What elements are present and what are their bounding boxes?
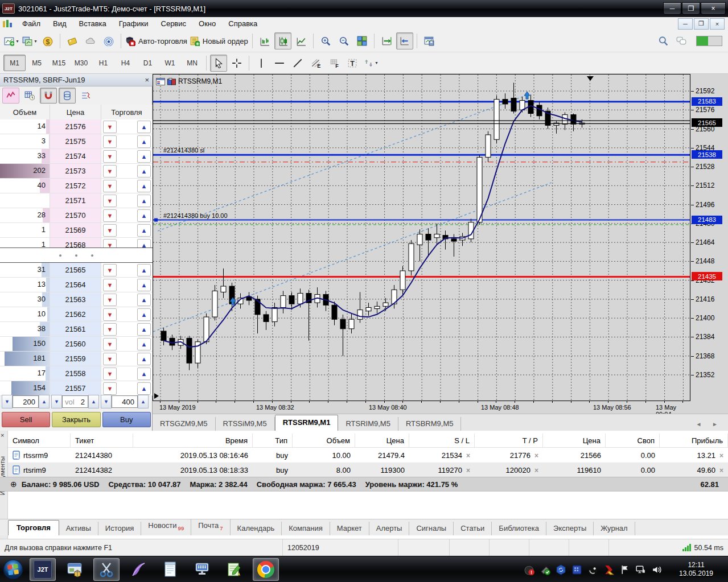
sell-arrow-button[interactable]: ▼ bbox=[103, 180, 117, 192]
close-position-button[interactable]: × bbox=[719, 452, 723, 460]
timeframe-MN[interactable]: MN bbox=[181, 55, 203, 71]
profiles-button[interactable]: ▾ bbox=[21, 32, 38, 49]
toolbox-tab-Эксперты[interactable]: Эксперты bbox=[546, 522, 594, 535]
sell-arrow-button[interactable]: ▼ bbox=[103, 195, 117, 207]
toolbox-tab-Алерты[interactable]: Алерты bbox=[369, 522, 410, 535]
dom-extended-toggle[interactable] bbox=[77, 88, 94, 104]
toolbox-tab-Новости[interactable]: Новости99 bbox=[141, 519, 191, 535]
signals-service-button[interactable] bbox=[100, 32, 117, 49]
tray-flag[interactable] bbox=[619, 564, 630, 575]
timeframe-M5[interactable]: M5 bbox=[26, 55, 48, 71]
taskbar-clock[interactable]: 12:11 13.05.2019 bbox=[670, 561, 722, 578]
search-button[interactable] bbox=[655, 32, 672, 49]
buy-arrow-button[interactable]: ▲ bbox=[137, 150, 151, 163]
tile-windows-button[interactable] bbox=[353, 32, 371, 49]
buy-arrow-button[interactable]: ▲ bbox=[137, 338, 151, 350]
sell-arrow-button[interactable]: ▼ bbox=[103, 135, 117, 148]
chart-tab-RTSSiM9,M5[interactable]: RTSSiM9,M5 bbox=[216, 417, 275, 431]
new-order-button[interactable]: Новый ордер bbox=[189, 32, 249, 49]
market-depth-close-icon[interactable]: × bbox=[145, 76, 149, 84]
one-click-trading-icon[interactable] bbox=[156, 78, 165, 85]
remove-sl-button[interactable]: × bbox=[466, 467, 470, 474]
sell-button[interactable]: Sell bbox=[2, 412, 50, 427]
depth-book-icon[interactable] bbox=[167, 78, 176, 85]
menu-item-Файл[interactable]: Файл bbox=[16, 18, 47, 29]
line-chart-button[interactable] bbox=[293, 32, 310, 49]
tray-network[interactable] bbox=[635, 564, 646, 575]
toolbox-tab-Компания[interactable]: Компания bbox=[282, 522, 330, 535]
taskbar-notepad-app[interactable] bbox=[157, 558, 183, 581]
mql5-button[interactable] bbox=[64, 32, 81, 49]
auto-scroll-button[interactable] bbox=[396, 32, 413, 49]
chart-tabs-scroll-arrows[interactable]: ◄ ► bbox=[696, 421, 728, 431]
toolbox-tab-Журнал[interactable]: Журнал bbox=[594, 522, 635, 535]
toolbox-close-icon[interactable]: × bbox=[1, 432, 4, 439]
taskbar-j2t-app[interactable]: J2T bbox=[30, 558, 56, 581]
horizontal-line-tool[interactable] bbox=[271, 55, 288, 72]
mdi-restore-button[interactable]: ❐ bbox=[694, 18, 709, 30]
buy-arrow-button[interactable]: ▲ bbox=[137, 264, 151, 276]
buy-arrow-button[interactable]: ▲ bbox=[137, 279, 151, 291]
tray-volume[interactable] bbox=[651, 564, 662, 575]
buy-arrow-button[interactable]: ▲ bbox=[137, 368, 151, 380]
auto-trading-button[interactable]: Авто-торговля bbox=[125, 32, 188, 49]
remove-sl-button[interactable]: × bbox=[466, 452, 470, 460]
position-row[interactable]: rtssrm92124143802019.05.13 08:16:46buy10… bbox=[8, 448, 728, 463]
sell-arrow-button[interactable]: ▼ bbox=[103, 353, 117, 365]
timeframe-W1[interactable]: W1 bbox=[159, 55, 181, 71]
buy-arrow-button[interactable]: ▲ bbox=[137, 121, 151, 133]
chart-tab-RTSSRM9,M1[interactable]: RTSSRM9,M1 bbox=[275, 415, 339, 431]
dom-magnet-toggle[interactable] bbox=[40, 88, 57, 104]
remove-tp-button[interactable]: × bbox=[534, 467, 538, 474]
stepper-down-button[interactable]: ▼ bbox=[101, 395, 112, 408]
fibonacci-tool[interactable]: F bbox=[326, 55, 343, 72]
timeframe-D1[interactable]: D1 bbox=[137, 55, 159, 71]
chart-tab-RTSGZM9,M5[interactable]: RTSGZM9,M5 bbox=[153, 417, 216, 431]
buy-arrow-button[interactable]: ▲ bbox=[137, 195, 151, 207]
menu-item-Вставка[interactable]: Вставка bbox=[73, 18, 113, 29]
timeframe-M15[interactable]: M15 bbox=[48, 55, 70, 71]
toolbox-tab-Торговля[interactable]: Торговля bbox=[8, 520, 59, 535]
bar-chart-button[interactable] bbox=[256, 32, 273, 49]
menu-item-Окно[interactable]: Окно bbox=[192, 18, 222, 29]
taskbar-editor-app[interactable] bbox=[221, 558, 247, 581]
tray-device-ok[interactable] bbox=[539, 564, 550, 575]
sell-arrow-button[interactable]: ▼ bbox=[103, 165, 117, 178]
start-button[interactable] bbox=[1, 558, 25, 581]
chart-tab-RTSBRM9,M5[interactable]: RTSBRM9,M5 bbox=[398, 417, 462, 431]
tray-update-alert[interactable]: ! bbox=[523, 564, 534, 575]
chart-profile-button[interactable] bbox=[421, 32, 438, 49]
dom-depth-toggle[interactable] bbox=[59, 88, 76, 104]
sell-arrow-button[interactable]: ▼ bbox=[103, 368, 117, 380]
tray-sync[interactable] bbox=[555, 564, 566, 575]
sell-arrow-button[interactable]: ▼ bbox=[103, 308, 117, 321]
tray-kaspersky[interactable] bbox=[603, 564, 614, 575]
toolbox-tab-Сигналы[interactable]: Сигналы bbox=[409, 522, 454, 535]
dropdown-arrow-icon[interactable]: ▾ bbox=[16, 39, 18, 44]
sell-arrow-button[interactable]: ▼ bbox=[103, 150, 117, 163]
toolbox-tab-Активы[interactable]: Активы bbox=[59, 522, 98, 535]
expand-icon[interactable]: ⊕ bbox=[10, 480, 17, 489]
buy-arrow-button[interactable]: ▲ bbox=[137, 308, 151, 321]
arrows-tool[interactable]: ▾ bbox=[362, 55, 379, 72]
toolbox-tab-Почта[interactable]: Почта7 bbox=[191, 519, 230, 535]
sell-arrow-button[interactable]: ▼ bbox=[103, 294, 117, 306]
stepper-value[interactable]: 200 bbox=[13, 395, 39, 408]
sell-arrow-button[interactable]: ▼ bbox=[103, 323, 117, 336]
stepper-up-button[interactable]: ▲ bbox=[88, 395, 99, 408]
vertical-line-tool[interactable] bbox=[253, 55, 270, 72]
chart-shift-button[interactable] bbox=[378, 32, 395, 49]
zoom-in-button[interactable] bbox=[317, 32, 334, 49]
buy-arrow-button[interactable]: ▲ bbox=[137, 224, 151, 237]
close-position-button[interactable]: Закрыть bbox=[52, 412, 100, 427]
close-position-button[interactable]: × bbox=[719, 467, 723, 474]
dropdown-arrow-icon[interactable]: ▾ bbox=[34, 39, 36, 44]
timeframe-H1[interactable]: H1 bbox=[92, 55, 114, 71]
buy-button[interactable]: Buy bbox=[102, 412, 151, 427]
dom-chart-toggle[interactable] bbox=[2, 88, 19, 104]
stepper-up-button[interactable]: ▲ bbox=[138, 395, 149, 408]
tray-satellite[interactable] bbox=[587, 564, 598, 575]
menu-item-Справка[interactable]: Справка bbox=[222, 18, 264, 29]
buy-arrow-button[interactable]: ▲ bbox=[137, 135, 151, 148]
toolbox-tab-История[interactable]: История bbox=[98, 522, 141, 535]
